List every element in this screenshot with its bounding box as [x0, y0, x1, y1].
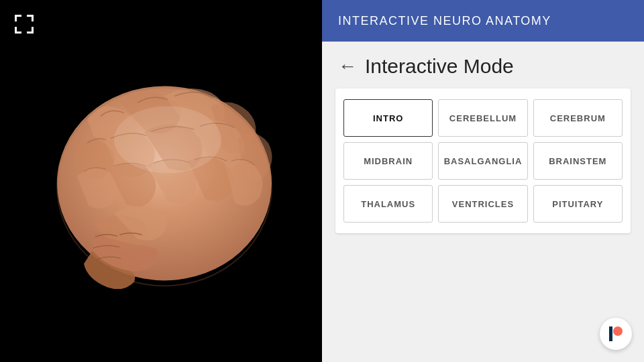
- page-title-row: ← Interactive Mode: [322, 42, 644, 88]
- back-button[interactable]: ←: [338, 57, 357, 76]
- btn-pituitary[interactable]: PITUITARY: [533, 185, 623, 223]
- grid-row-2: MIDBRAIN BASALGANGLIA BRAINSTEM: [343, 142, 623, 180]
- right-panel: INTERACTIVE NEURO ANATOMY ← Interactive …: [322, 0, 644, 362]
- patreon-logo-button[interactable]: [600, 318, 632, 350]
- brain-illustration: [34, 46, 288, 327]
- svg-rect-7: [32, 27, 34, 34]
- svg-rect-3: [32, 15, 34, 21]
- btn-basalganglia[interactable]: BASALGANGLIA: [438, 142, 527, 180]
- expand-icon[interactable]: [12, 12, 36, 36]
- btn-midbrain[interactable]: MIDBRAIN: [343, 142, 433, 180]
- anatomy-grid-card: INTRO CEREBELLUM CEREBRUM MIDBRAIN BASAL…: [335, 88, 631, 233]
- btn-intro[interactable]: INTRO: [343, 99, 433, 137]
- btn-cerebrum[interactable]: CEREBRUM: [533, 99, 623, 137]
- header-title: INTERACTIVE NEURO ANATOMY: [338, 14, 551, 28]
- svg-point-9: [114, 106, 221, 173]
- page-title: Interactive Mode: [365, 55, 514, 78]
- left-panel: [0, 0, 322, 362]
- svg-rect-1: [15, 15, 17, 21]
- svg-rect-5: [15, 27, 17, 34]
- btn-brainstem[interactable]: BRAINSTEM: [533, 142, 623, 180]
- btn-cerebellum[interactable]: CEREBELLUM: [438, 99, 527, 137]
- svg-rect-12: [609, 326, 612, 341]
- grid-row-3: THALAMUS VENTRICLES PITUITARY: [343, 185, 623, 223]
- btn-thalamus[interactable]: THALAMUS: [343, 185, 433, 223]
- patreon-icon: [606, 324, 626, 344]
- svg-point-11: [613, 326, 623, 336]
- header-bar: INTERACTIVE NEURO ANATOMY: [322, 0, 644, 42]
- btn-ventricles[interactable]: VENTRICLES: [438, 185, 527, 223]
- grid-row-1: INTRO CEREBELLUM CEREBRUM: [343, 99, 623, 137]
